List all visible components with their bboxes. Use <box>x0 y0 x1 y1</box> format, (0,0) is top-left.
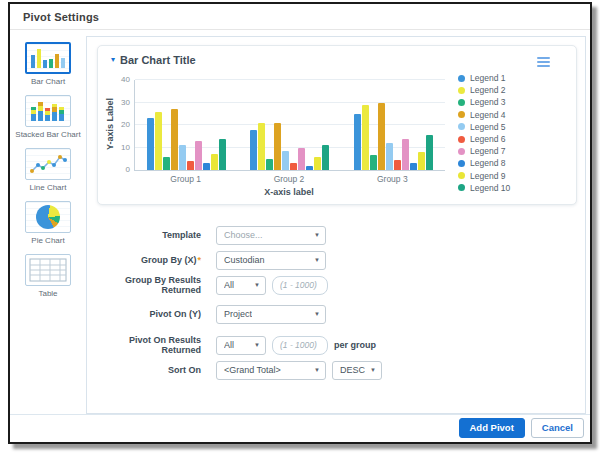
sidebar-item-bar-chart[interactable]: Bar Chart <box>25 42 71 86</box>
bar[interactable] <box>394 160 401 170</box>
form-row-template: Template Choose... ▼ <box>87 225 326 245</box>
form-row-group-by: Group By (X)* Custodian ▼ <box>87 250 326 270</box>
chart-plot: 010203040 <box>134 80 445 171</box>
bar[interactable] <box>314 157 321 171</box>
bar[interactable] <box>155 112 162 171</box>
bar[interactable] <box>203 163 210 170</box>
pivot-results-select-value: All <box>224 340 234 350</box>
bar-group <box>135 80 238 170</box>
group-by-results-label: Group By Results Returned <box>87 275 201 295</box>
legend-item[interactable]: Legend 5 <box>458 121 510 133</box>
table-icon <box>25 254 71 286</box>
bar[interactable] <box>187 161 194 170</box>
sort-direction-select[interactable]: DESC ▼ <box>332 361 382 380</box>
legend-item[interactable]: Legend 4 <box>458 109 510 121</box>
sidebar-item-stacked-bar-chart[interactable]: Stacked Bar Chart <box>15 95 80 139</box>
legend-dot-icon <box>458 111 465 118</box>
collapse-caret-icon[interactable]: ▾ <box>111 56 115 64</box>
chart-title: Bar Chart Title <box>120 54 196 66</box>
pivot-results-select[interactable]: All ▼ <box>216 336 266 355</box>
bar[interactable] <box>163 157 170 171</box>
bar[interactable] <box>266 159 273 170</box>
bar[interactable] <box>322 145 329 170</box>
bar[interactable] <box>274 123 281 170</box>
bar[interactable] <box>354 114 361 170</box>
bar[interactable] <box>378 103 385 171</box>
main-panel: ▾ Bar Chart Title Y-axis Label 010203040… <box>86 36 586 414</box>
bar[interactable] <box>179 145 186 170</box>
bar[interactable] <box>147 118 154 170</box>
pivot-on-select[interactable]: Project ▼ <box>216 305 326 324</box>
bar-group <box>238 80 341 170</box>
cancel-button[interactable]: Cancel <box>531 418 584 438</box>
bar[interactable] <box>282 151 289 170</box>
legend-item[interactable]: Legend 1 <box>458 72 510 84</box>
add-pivot-button[interactable]: Add Pivot <box>459 418 525 438</box>
category-label: Group 1 <box>134 174 237 184</box>
legend-item[interactable]: Legend 2 <box>458 84 510 96</box>
legend-item[interactable]: Legend 3 <box>458 96 510 108</box>
chart-type-sidebar: Bar Chart Stacked Bar Chart <box>10 36 86 414</box>
chevron-down-icon: ▼ <box>314 311 320 317</box>
legend-label: Legend 7 <box>470 146 505 156</box>
legend-dot-icon <box>458 136 465 143</box>
group-by-results-input[interactable] <box>272 276 328 295</box>
sort-on-select[interactable]: <Grand Total> ▼ <box>216 361 326 380</box>
x-axis-label: X-axis label <box>134 187 444 197</box>
bar-groups <box>135 80 445 170</box>
bar[interactable] <box>306 166 313 171</box>
chevron-down-icon: ▼ <box>314 232 320 238</box>
bar[interactable] <box>298 148 305 171</box>
bar[interactable] <box>211 154 218 170</box>
bar[interactable] <box>402 139 409 171</box>
bar[interactable] <box>362 105 369 170</box>
bar[interactable] <box>410 163 417 170</box>
stacked-bar-chart-icon <box>25 95 71 127</box>
bar[interactable] <box>386 143 393 170</box>
chevron-down-icon: ▼ <box>254 342 260 348</box>
dialog-footer: Add Pivot Cancel <box>10 414 590 440</box>
chart-title-row: ▾ Bar Chart Title <box>111 54 196 66</box>
bar[interactable] <box>195 141 202 170</box>
bar[interactable] <box>370 155 377 170</box>
sidebar-item-pie-chart[interactable]: Pie Chart <box>25 201 71 245</box>
sidebar-item-line-chart[interactable]: Line Chart <box>25 148 71 192</box>
legend-item[interactable]: Legend 7 <box>458 145 510 157</box>
template-select[interactable]: Choose... ▼ <box>216 226 326 245</box>
legend-item[interactable]: Legend 8 <box>458 157 510 169</box>
chevron-down-icon: ▼ <box>254 282 260 288</box>
legend-item[interactable]: Legend 6 <box>458 133 510 145</box>
legend-dot-icon <box>458 75 465 82</box>
bar[interactable] <box>290 163 297 170</box>
legend-dot-icon <box>458 99 465 106</box>
group-by-select[interactable]: Custodian ▼ <box>216 251 326 270</box>
bar[interactable] <box>418 152 425 170</box>
sort-direction-select-value: DESC <box>340 365 365 375</box>
bar[interactable] <box>426 135 433 170</box>
y-tick-label: 10 <box>121 143 130 152</box>
bar[interactable] <box>171 109 178 170</box>
legend-dot-icon <box>458 160 465 167</box>
bar[interactable] <box>258 123 265 170</box>
legend-dot-icon <box>458 148 465 155</box>
legend-dot-icon <box>458 123 465 130</box>
y-tick-label: 20 <box>121 120 130 129</box>
category-label: Group 3 <box>341 174 444 184</box>
pivot-results-input[interactable] <box>272 336 328 355</box>
legend-item[interactable]: Legend 10 <box>458 182 510 194</box>
bar[interactable] <box>219 139 226 171</box>
group-by-results-select[interactable]: All ▼ <box>216 276 266 295</box>
legend-label: Legend 1 <box>470 73 505 83</box>
y-axis-label: Y-axis Label <box>105 79 115 169</box>
form-row-group-by-results: Group By Results Returned All ▼ <box>87 275 328 295</box>
legend-label: Legend 2 <box>470 85 505 95</box>
legend-label: Legend 8 <box>470 158 505 168</box>
sidebar-item-table[interactable]: Table <box>25 254 71 298</box>
y-tick-label: 0 <box>126 165 130 174</box>
form-row-sort-on: Sort On <Grand Total> ▼ DESC ▼ <box>87 360 382 380</box>
bar[interactable] <box>250 130 257 171</box>
sort-on-label: Sort On <box>87 365 201 375</box>
chart-menu-icon[interactable] <box>537 57 550 69</box>
group-by-select-value: Custodian <box>224 255 265 265</box>
legend-item[interactable]: Legend 9 <box>458 170 510 182</box>
